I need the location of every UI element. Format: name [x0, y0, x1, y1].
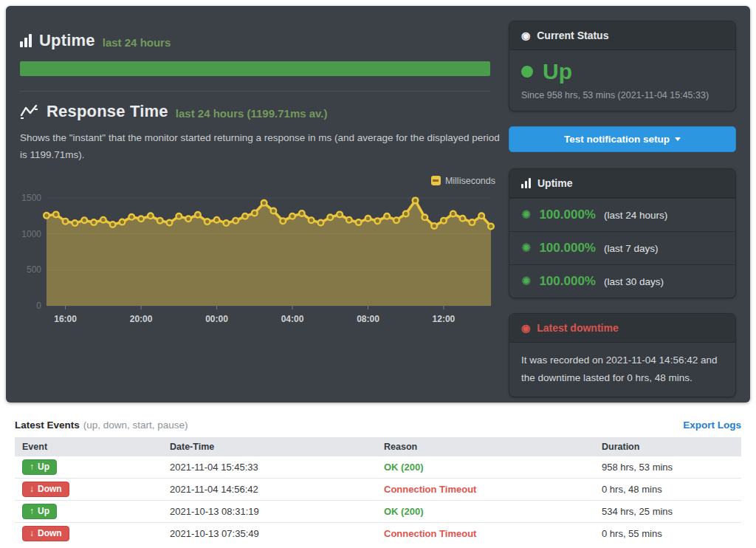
event-reason: Connection Timeout	[377, 479, 594, 501]
event-duration: 958 hrs, 53 mins	[594, 456, 741, 479]
latest-downtime-header: ◉ Latest downtime	[509, 314, 735, 343]
uptime-stats-header-label: Uptime	[537, 177, 572, 189]
uptime-row-30d: ✺ 100.000% (last 30 days)	[509, 264, 735, 298]
latest-events-subtitle: (up, down, start, pause)	[83, 419, 188, 431]
latest-downtime-header-label: Latest downtime	[537, 322, 618, 334]
legend-label: Milliseconds	[445, 176, 495, 186]
event-duration: 534 hrs, 25 mins	[594, 501, 741, 523]
column-header-datetime: Date-Time	[162, 437, 377, 456]
svg-text:08:00: 08:00	[357, 314, 379, 324]
dot-circle-icon: ◉	[521, 323, 530, 333]
down-arrow-icon: ↓	[30, 484, 34, 494]
events-table: Event Date-Time Reason Duration ↑Up2021-…	[15, 437, 741, 544]
response-time-subtitle: last 24 hours (1199.71ms av.)	[176, 104, 328, 120]
event-duration: 0 hrs, 55 mins	[594, 523, 741, 545]
uptime-progress-bar	[20, 61, 490, 76]
uptime-period-7d: (last 7 days)	[604, 243, 659, 254]
svg-text:1500: 1500	[21, 193, 41, 203]
uptime-title: Uptime	[39, 31, 95, 50]
test-notification-setup-label: Test notification setup	[564, 134, 670, 145]
uptime-stats-header: Uptime	[509, 169, 735, 198]
svg-text:0: 0	[36, 301, 41, 311]
column-header-event: Event	[15, 437, 162, 456]
burst-icon: ✺	[521, 209, 531, 221]
event-row: ↓Down2021-10-13 07:35:49Connection Timeo…	[15, 523, 741, 545]
latest-events-header: Latest Events (up, down, start, pause) E…	[15, 419, 741, 431]
monitor-overview-panel: Uptime last 24 hours Response Time last …	[6, 6, 750, 403]
response-time-pulse-icon	[20, 103, 39, 120]
current-status-panel: ◉ Current Status Up Since 958 hrs, 53 mi…	[509, 21, 736, 112]
event-status-badge: ↑Up	[22, 504, 57, 519]
latest-events-section: Latest Events (up, down, start, pause) E…	[15, 419, 741, 544]
current-status-body: Up Since 958 hrs, 53 mins (2021-11-04 15…	[509, 50, 735, 111]
event-reason: OK (200)	[377, 456, 594, 479]
legend-swatch-icon	[431, 176, 441, 185]
uptime-period-24h: (last 24 hours)	[604, 210, 667, 221]
event-datetime: 2021-10-13 08:31:19	[162, 501, 377, 523]
event-row: ↑Up2021-10-13 08:31:19OK (200)534 hrs, 2…	[15, 501, 741, 523]
status-up-donut-icon	[521, 66, 533, 78]
svg-text:20:00: 20:00	[130, 314, 153, 324]
event-reason: Connection Timeout	[377, 523, 594, 545]
column-header-duration: Duration	[594, 437, 741, 456]
down-arrow-icon: ↓	[30, 528, 34, 538]
svg-text:16:00: 16:00	[54, 314, 77, 324]
uptime-row-7d: ✺ 100.000% (last 7 days)	[509, 231, 735, 264]
latest-downtime-text: It was recorded on 2021-11-04 14:56:42 a…	[509, 343, 735, 397]
events-table-header-row: Event Date-Time Reason Duration	[15, 437, 741, 456]
uptime-value-24h: 100.000%	[539, 208, 596, 222]
uptime-period-30d: (last 30 days)	[604, 276, 664, 287]
up-arrow-icon: ↑	[30, 462, 34, 472]
event-datetime: 2021-11-04 15:45:33	[162, 456, 377, 479]
event-datetime: 2021-10-13 07:35:49	[162, 523, 377, 545]
overview-left-column: Uptime last 24 hours Response Time last …	[6, 6, 508, 403]
response-time-title: Response Time	[47, 102, 168, 121]
svg-text:00:00: 00:00	[205, 314, 228, 324]
status-line: Up	[521, 59, 724, 84]
response-time-area-chart[interactable]: 05001000150016:0020:0000:0004:0008:0012:…	[20, 188, 498, 326]
uptime-subtitle: last 24 hours	[103, 33, 171, 49]
response-time-description: Shows the "instant" that the monitor sta…	[20, 130, 500, 164]
uptime-section-header: Uptime last 24 hours	[20, 31, 508, 50]
current-status-header-label: Current Status	[537, 30, 608, 41]
svg-text:500: 500	[27, 264, 41, 275]
latest-downtime-panel: ◉ Latest downtime It was recorded on 202…	[509, 313, 736, 397]
caret-down-icon	[675, 137, 681, 141]
bar-chart-icon	[20, 34, 32, 47]
svg-text:04:00: 04:00	[281, 314, 304, 324]
test-notification-setup-button[interactable]: Test notification setup	[509, 126, 736, 152]
event-duration: 0 hrs, 48 mins	[594, 479, 741, 501]
svg-text:1000: 1000	[21, 229, 41, 239]
response-time-section-header: Response Time last 24 hours (1199.71ms a…	[20, 102, 508, 121]
uptime-value-7d: 100.000%	[539, 241, 596, 256]
event-status-badge: ↓Down	[22, 526, 69, 541]
uptime-stats-panel: Uptime ✺ 100.000% (last 24 hours) ✺ 100.…	[509, 168, 736, 298]
svg-text:12:00: 12:00	[433, 314, 456, 324]
chart-legend[interactable]: Milliseconds	[20, 174, 498, 188]
burst-icon: ✺	[521, 242, 531, 254]
dot-circle-icon: ◉	[521, 30, 530, 41]
up-arrow-icon: ↑	[30, 506, 34, 516]
burst-icon: ✺	[521, 275, 531, 287]
event-row: ↓Down2021-11-04 14:56:42Connection Timeo…	[15, 479, 741, 501]
status-value: Up	[543, 59, 572, 84]
section-divider	[20, 91, 490, 92]
event-status-badge: ↓Down	[22, 482, 69, 497]
event-datetime: 2021-11-04 14:56:42	[162, 479, 377, 501]
latest-events-title: Latest Events	[15, 419, 80, 431]
event-reason: OK (200)	[377, 501, 594, 523]
export-logs-link[interactable]: Export Logs	[683, 419, 741, 431]
column-header-reason: Reason	[377, 437, 594, 456]
bar-chart-icon	[521, 178, 531, 188]
uptime-value-30d: 100.000%	[539, 274, 596, 289]
status-since-text: Since 958 hrs, 53 mins (2021-11-04 15:45…	[521, 90, 724, 100]
event-status-badge: ↑Up	[22, 459, 57, 475]
uptime-row-24h: ✺ 100.000% (last 24 hours)	[509, 198, 735, 231]
event-row: ↑Up2021-11-04 15:45:33OK (200)958 hrs, 5…	[15, 456, 741, 479]
overview-sidebar: ◉ Current Status Up Since 958 hrs, 53 mi…	[509, 6, 736, 403]
current-status-header: ◉ Current Status	[509, 21, 735, 50]
response-time-chart: Milliseconds 05001000150016:0020:0000:00…	[20, 174, 498, 329]
